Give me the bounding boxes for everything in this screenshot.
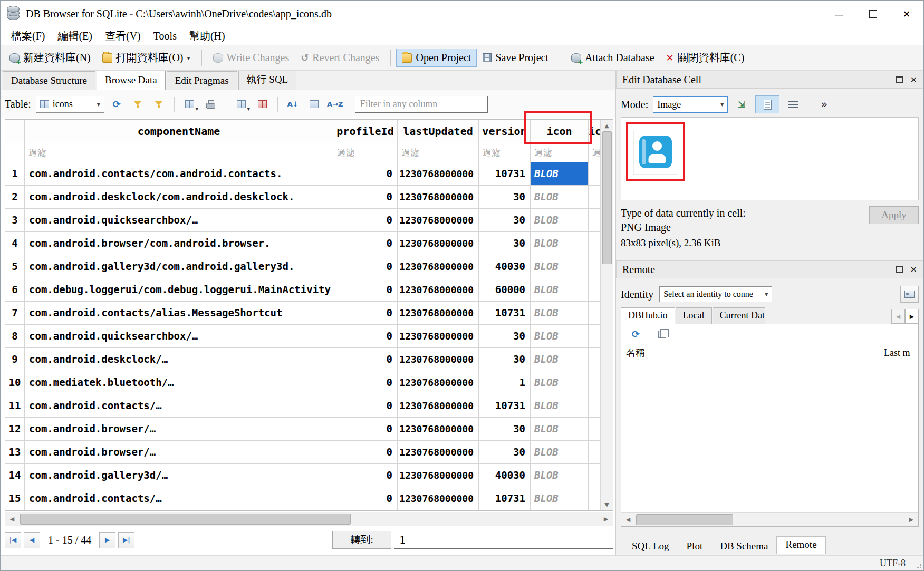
new-record-button[interactable]: ▾ — [233, 95, 250, 113]
cell-overflow[interactable] — [589, 186, 601, 209]
print-button[interactable] — [202, 95, 219, 113]
revert-changes-button[interactable]: ↺ Revert Changes — [295, 49, 385, 67]
cell-profileid[interactable]: 0 — [333, 325, 398, 348]
save-project-button[interactable]: Save Project — [477, 49, 554, 67]
cell-lastupdated[interactable]: 1230768000000 — [398, 162, 479, 186]
close-button[interactable]: ✕ — [890, 1, 923, 27]
close-panel-icon[interactable]: ✕ — [910, 265, 917, 275]
cell-icon[interactable]: BLOB — [531, 302, 589, 325]
cell-icon[interactable]: BLOB — [531, 232, 589, 255]
cell-componentname[interactable]: com.android.gallery3d/… — [25, 464, 333, 487]
apply-button[interactable]: Apply — [869, 206, 919, 224]
cell-lastupdated[interactable]: 1230768000000 — [398, 302, 479, 325]
import-data-button[interactable]: ⇲ — [733, 95, 750, 113]
global-filter-input[interactable] — [355, 96, 488, 113]
minimize-button[interactable]: — — [822, 1, 856, 27]
tab-browse-data[interactable]: Browse Data — [97, 71, 166, 90]
cell-componentname[interactable]: com.android.deskclock/com.android.deskcl… — [25, 186, 333, 209]
tab-edit-pragmas[interactable]: Edit Pragmas — [167, 71, 237, 90]
cell-lastupdated[interactable]: 1230768000000 — [398, 441, 479, 464]
tab-scroll-right-icon[interactable]: ▶ — [905, 309, 919, 324]
row-number[interactable]: 5 — [5, 255, 25, 278]
scroll-left-icon[interactable]: ◀ — [621, 513, 635, 526]
cell-version[interactable]: 1 — [479, 371, 531, 394]
cell-icon[interactable]: BLOB — [531, 418, 589, 441]
next-page-button[interactable]: ▶ — [99, 532, 116, 548]
column-header-version[interactable]: version — [479, 120, 531, 143]
row-number[interactable]: 13 — [5, 441, 25, 464]
tab-current-database[interactable]: Current Dat — [713, 307, 765, 324]
row-number[interactable]: 12 — [5, 418, 25, 441]
identity-selector[interactable]: Select an identity to conne ▾ — [659, 286, 772, 302]
cell-overflow[interactable] — [589, 232, 601, 255]
tab-dbhub[interactable]: DBHub.io — [621, 307, 675, 324]
manage-identities-button[interactable] — [900, 286, 919, 303]
cell-icon[interactable]: BLOB — [531, 464, 589, 487]
cell-profileid[interactable]: 0 — [333, 394, 398, 418]
cell-overflow[interactable] — [589, 371, 601, 394]
cell-overflow[interactable] — [589, 418, 601, 441]
cell-icon[interactable]: BLOB — [531, 186, 589, 209]
new-database-button[interactable]: 新建資料庫(N) — [4, 47, 97, 68]
prev-page-button[interactable]: ◀ — [24, 532, 40, 548]
cell-componentname[interactable]: com.debug.loggerui/com.debug.loggerui.Ma… — [25, 278, 333, 302]
word-wrap-button[interactable] — [784, 95, 802, 113]
tab-remote[interactable]: Remote — [776, 536, 825, 554]
menu-view[interactable]: 查看(V) — [99, 29, 147, 43]
row-number[interactable]: 10 — [5, 371, 25, 394]
table-selector[interactable]: icons ▾ — [36, 96, 104, 113]
cell-componentname[interactable]: com.android.quicksearchbox/… — [25, 209, 333, 232]
row-number[interactable]: 8 — [5, 325, 25, 348]
open-project-button[interactable]: Open Project — [396, 49, 477, 67]
cell-profileid[interactable]: 0 — [333, 186, 398, 209]
column-header-lastupdated[interactable]: lastUpdated — [398, 120, 479, 143]
cell-version[interactable]: 60000 — [479, 278, 531, 302]
remote-column-last-modified[interactable]: Last m — [879, 344, 918, 361]
attach-database-button[interactable]: Attach Database — [565, 49, 660, 67]
horizontal-scrollbar[interactable]: ◀ ▶ — [5, 512, 613, 526]
toolbar-overflow-icon[interactable]: » — [821, 98, 827, 111]
open-database-button[interactable]: 打開資料庫(O) ▾ — [97, 47, 196, 68]
remote-scrollbar-thumb[interactable] — [636, 514, 733, 525]
tab-local[interactable]: Local — [676, 307, 712, 324]
cell-lastupdated[interactable]: 1230768000000 — [398, 186, 479, 209]
cell-icon[interactable]: BLOB — [531, 441, 589, 464]
cell-componentname[interactable]: com.android.browser/… — [25, 441, 333, 464]
open-database-dropdown-icon[interactable]: ▾ — [187, 54, 190, 62]
scroll-right-icon[interactable]: ▶ — [599, 512, 613, 526]
save-results-button[interactable]: ▾ — [181, 95, 198, 113]
cell-profileid[interactable]: 0 — [333, 255, 398, 278]
filter-input-componentname[interactable]: 過濾 — [25, 143, 333, 162]
cell-componentname[interactable]: com.android.gallery3d/com.android.galler… — [25, 255, 333, 278]
cell-lastupdated[interactable]: 1230768000000 — [398, 371, 479, 394]
row-number[interactable]: 14 — [5, 464, 25, 487]
cell-version[interactable]: 40030 — [479, 255, 531, 278]
cell-profileid[interactable]: 0 — [333, 487, 398, 510]
cell-componentname[interactable]: com.android.browser/com.android.browser. — [25, 232, 333, 255]
cell-icon[interactable]: BLOB — [531, 371, 589, 394]
cell-lastupdated[interactable]: 1230768000000 — [398, 278, 479, 302]
first-page-button[interactable]: |◀ — [5, 532, 21, 548]
remote-horizontal-scrollbar[interactable]: ◀ ▶ — [621, 512, 918, 526]
cell-version[interactable]: 30 — [479, 186, 531, 209]
filter-input-icon[interactable]: 過濾 — [531, 143, 589, 162]
cell-overflow[interactable] — [589, 348, 601, 371]
show-columns-button[interactable] — [305, 95, 323, 113]
goto-button[interactable]: 轉到: — [332, 531, 391, 549]
write-changes-button[interactable]: Write Changes — [207, 49, 295, 67]
cell-lastupdated[interactable]: 1230768000000 — [398, 487, 479, 510]
cell-lastupdated[interactable]: 1230768000000 — [398, 232, 479, 255]
tab-plot[interactable]: Plot — [678, 538, 711, 554]
row-number[interactable]: 15 — [5, 487, 25, 510]
tab-sql-log[interactable]: SQL Log — [623, 538, 678, 554]
cell-componentname[interactable]: com.mediatek.bluetooth/… — [25, 371, 333, 394]
scroll-left-icon[interactable]: ◀ — [5, 512, 19, 526]
cell-version[interactable]: 30 — [479, 232, 531, 255]
tab-db-schema[interactable]: DB Schema — [711, 538, 776, 554]
vertical-scrollbar[interactable]: ▲ ▼ — [600, 120, 613, 510]
corner-header[interactable] — [5, 120, 25, 143]
scroll-right-icon[interactable]: ▶ — [904, 513, 918, 526]
cell-profileid[interactable]: 0 — [333, 209, 398, 232]
cell-overflow[interactable] — [589, 209, 601, 232]
tab-execute-sql[interactable]: 執行 SQL — [238, 71, 297, 90]
